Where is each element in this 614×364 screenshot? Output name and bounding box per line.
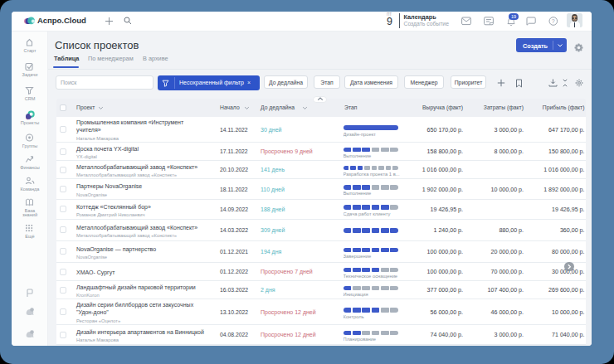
svg-text:?: ? [552,18,555,24]
